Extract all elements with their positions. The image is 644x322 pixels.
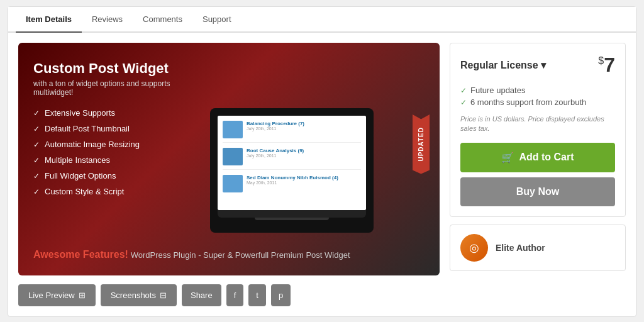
feature-1: ✓Extensive Supports [33,108,147,118]
plugin-title: Custom Post Widget [33,60,197,77]
twitter-button[interactable]: t [248,284,266,306]
buy-now-button[interactable]: Buy Now [460,177,615,206]
tab-comments[interactable]: Comments [133,7,192,33]
tab-item-details[interactable]: Item Details [16,7,82,33]
share-button[interactable]: Share [182,284,221,306]
tab-reviews[interactable]: Reviews [82,7,133,33]
check-icon-1: ✓ [33,109,40,118]
screen-inner: Balancing Procedure (7) July 20th, 2011 … [218,116,366,210]
check-icon-4: ✓ [33,156,40,165]
awesome-features-label: Awesome Features! [33,249,128,260]
banner-top: Custom Post Widget with a ton of widget … [33,60,425,97]
plugin-banner: Custom Post Widget with a ton of widget … [18,43,440,275]
action-buttons: Live Preview ⊞ Screenshots ⊟ Share f t p [18,284,440,306]
facebook-button[interactable]: f [226,284,244,306]
feature-2: ✓Default Post Thumbnail [33,124,147,133]
feature-5: ✓Full Widget Options [33,171,147,180]
screenshots-button[interactable]: Screenshots ⊟ [101,284,177,306]
screen-thumb-1 [223,121,243,138]
price-note: Price is in US dollars. Price displayed … [460,114,615,134]
license-features: ✓ Future updates ✓ 6 months support from… [460,86,615,107]
feature-3: ✓Automatic Image Resizing [33,140,147,149]
screen-container: Balancing Procedure (7) July 20th, 2011 … [159,108,425,233]
facebook-icon: f [234,291,236,300]
right-sidebar: Regular License ▾ $7 ✓ Future updates ✓ … [450,43,626,306]
banner-title-group: Custom Post Widget with a ton of widget … [33,60,197,97]
features-list: ✓Extensive Supports ✓Default Post Thumbn… [33,108,147,233]
check-green-2: ✓ [460,98,467,107]
tab-support[interactable]: Support [192,7,242,33]
avatar-icon: ◎ [469,241,479,255]
live-preview-button[interactable]: Live Preview ⊞ [18,284,96,306]
banner-footer: Awesome Features! WordPress Plugin - Sup… [33,243,425,260]
check-icon-2: ✓ [33,125,40,133]
license-header: Regular License ▾ $7 [460,53,615,77]
screen-item-3: Sed Diam Nonummy Nibh Euismod (4) May 20… [223,175,361,196]
pinterest-button[interactable]: p [271,284,291,306]
add-to-cart-button[interactable]: 🛒 Add to Cart [460,143,615,172]
feature-6: ✓Custom Style & Script [33,187,147,196]
cart-icon: 🛒 [501,152,514,164]
banner-subtitle: with a ton of widget options and support… [33,79,197,97]
pinterest-icon: p [279,291,283,300]
author-box: ◎ Elite Author [450,225,626,271]
license-box: Regular License ▾ $7 ✓ Future updates ✓ … [450,43,626,217]
laptop-base [218,210,366,218]
banner-footer-text: WordPress Plugin - Super & Powerfull Pre… [131,250,350,260]
author-label: Elite Author [496,243,545,253]
check-icon-3: ✓ [33,140,40,149]
tabs-bar: Item Details Reviews Comments Support [8,7,636,33]
price-dollar: $ [598,55,604,66]
live-preview-icon: ⊞ [79,291,86,300]
dropdown-icon[interactable]: ▾ [541,59,546,71]
feature-4: ✓Multiple Instances [33,155,147,165]
license-price: $7 [598,53,615,77]
avatar: ◎ [460,234,488,262]
license-feature-2: ✓ 6 months support from zourbuth [460,97,615,107]
screen-thumb-2 [223,148,243,165]
screenshots-icon: ⊟ [160,291,167,300]
banner-middle: ✓Extensive Supports ✓Default Post Thumbn… [33,108,425,233]
screen-item-2: Root Cause Analysis (9) July 20th, 2011 [223,148,361,170]
updated-ribbon: UPDATED [413,114,430,174]
laptop-stand [255,218,329,220]
license-title: Regular License ▾ [460,59,546,71]
screen-item-1: Balancing Procedure (7) July 20th, 2011 [223,121,361,143]
check-icon-6: ✓ [33,187,40,196]
twitter-icon: t [256,291,258,300]
check-icon-5: ✓ [33,172,40,180]
left-section: Custom Post Widget with a ton of widget … [18,43,440,306]
laptop-screen: Balancing Procedure (7) July 20th, 2011 … [210,108,374,233]
check-green-1: ✓ [460,86,467,95]
page-wrapper: Item Details Reviews Comments Support Cu… [8,6,636,317]
screen-thumb-3 [223,175,243,192]
license-feature-1: ✓ Future updates [460,86,615,95]
main-content: Custom Post Widget with a ton of widget … [8,33,636,316]
